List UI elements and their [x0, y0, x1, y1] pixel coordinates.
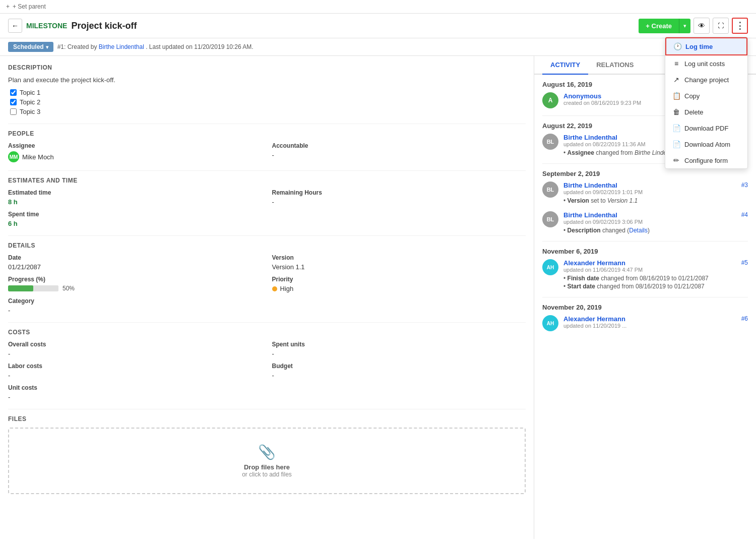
activity-timestamp: updated on 11/06/2019 4:47 PM: [563, 267, 643, 273]
paperclip-icon: 📎: [24, 444, 510, 460]
spent-units-label: Spent units: [272, 341, 526, 348]
activity-item: AH Alexander Hermann updated on 11/06/20…: [542, 259, 748, 290]
activity-timestamp: updated on 09/02/2019 3:06 PM: [563, 219, 643, 225]
create-label: + Create: [646, 22, 672, 30]
assignee-value: Mike Moch: [22, 153, 54, 161]
create-dropdown-button[interactable]: ▾: [679, 19, 690, 33]
watch-button[interactable]: 👁: [694, 18, 710, 34]
menu-item-configure-form[interactable]: ✏ Configure form: [665, 152, 747, 168]
topic3-checkbox[interactable]: [10, 108, 17, 115]
costs-section: COSTS Overall costs - Spent units - Labo…: [8, 322, 526, 401]
log-time-label: Log time: [685, 43, 713, 50]
category-value: -: [8, 307, 262, 314]
activity-content: Alexander Hermann updated on 11/20/2019 …: [563, 315, 748, 331]
priority-dot-icon: [272, 286, 277, 291]
avatar: BL: [542, 182, 558, 198]
list-item: Topic 2: [10, 98, 526, 106]
spent-units-field: Spent units -: [272, 341, 526, 357]
spent-time-label: Spent time: [8, 211, 262, 218]
details-title: DETAILS: [8, 242, 526, 249]
tab-activity[interactable]: ACTIVITY: [542, 56, 588, 75]
activity-detail: • Version set to Version 1.1: [563, 197, 748, 204]
estimated-time-field: Estimated time 8 h: [8, 189, 262, 206]
avatar: AH: [542, 259, 558, 275]
activity-author[interactable]: Alexander Hermann: [563, 259, 625, 267]
topic3-label: Topic 3: [20, 108, 40, 115]
menu-item-download-pdf[interactable]: 📄 Download PDF: [665, 120, 747, 136]
menu-item-log-time[interactable]: 🕐 Log time: [665, 37, 747, 55]
menu-item-log-unit-costs[interactable]: ≡ Log unit costs: [665, 55, 747, 72]
author-link[interactable]: Birthe Lindenthal: [99, 43, 144, 50]
plus-icon: +: [6, 3, 10, 10]
topic1-checkbox[interactable]: [10, 89, 17, 96]
page-title: Project kick-off: [71, 21, 137, 31]
info-text: #1: Created by: [57, 43, 97, 50]
unit-costs-field: Unit costs -: [8, 384, 262, 401]
activity-item: BL Birthe Lindenthal updated on 09/02/20…: [542, 182, 748, 204]
version-label: Version: [272, 254, 526, 261]
create-button[interactable]: + Create: [639, 19, 679, 33]
activity-timestamp: updated on 11/20/2019 ...: [563, 323, 626, 329]
activity-author[interactable]: Birthe Lindenthal: [563, 211, 617, 219]
activity-number[interactable]: #6: [741, 315, 748, 329]
priority-label: Priority: [272, 276, 526, 283]
topic-checklist: Topic 1 Topic 2 Topic 3: [10, 89, 526, 115]
configure-icon: ✏: [672, 156, 680, 164]
tab-relations[interactable]: RELATIONS: [588, 56, 642, 75]
unit-costs-value: -: [8, 393, 262, 401]
remaining-hours-field: Remaining Hours -: [272, 189, 526, 206]
activity-author[interactable]: Anonymous: [563, 92, 601, 100]
activity-detail: • Finish date changed from 08/16/2019 to…: [563, 275, 748, 282]
remaining-hours-value: -: [272, 198, 526, 206]
copy-label: Copy: [684, 92, 700, 100]
budget-label: Budget: [272, 363, 526, 370]
copy-icon: 📋: [672, 92, 680, 100]
atom-icon: 📄: [672, 140, 680, 148]
date-field: Date 01/21/2087: [8, 254, 262, 271]
activity-author[interactable]: Birthe Lindenthal: [563, 182, 617, 189]
date-label: Date: [8, 254, 262, 261]
description-title: DESCRIPTION: [8, 64, 526, 71]
delete-icon: 🗑: [672, 108, 680, 116]
files-section: FILES 📎 Drop files here or click to add …: [8, 409, 526, 494]
activity-author[interactable]: Birthe Lindenthal: [563, 134, 617, 141]
divider: [542, 297, 748, 297]
status-bar: Scheduled ▾ #1: Created by Birthe Linden…: [0, 38, 756, 56]
progress-bar-fill: [8, 285, 33, 291]
spent-time-field: Spent time 6 h: [8, 211, 262, 227]
divider: [542, 241, 748, 242]
menu-item-change-project[interactable]: ↗ Change project: [665, 72, 747, 88]
back-button[interactable]: ←: [8, 19, 22, 33]
topic2-checkbox[interactable]: [10, 99, 17, 105]
estimates-section: ESTIMATES AND TIME Estimated time 8 h Re…: [8, 170, 526, 227]
download-atom-label: Download Atom: [684, 141, 730, 148]
avatar: AH: [542, 315, 558, 331]
fullscreen-button[interactable]: ⛶: [713, 18, 729, 34]
info2-text: . Last updated on 11/20/2019 10:26 AM.: [146, 43, 254, 50]
status-badge[interactable]: Scheduled ▾: [8, 42, 53, 52]
delete-label: Delete: [684, 108, 704, 116]
menu-item-download-atom[interactable]: 📄 Download Atom: [665, 136, 747, 152]
clock-icon: 🕐: [673, 42, 681, 50]
priority-field: Priority High: [272, 276, 526, 292]
progress-label: Progress (%): [8, 276, 262, 283]
activity-content: Birthe Lindenthal updated on 09/02/2019 …: [563, 211, 748, 234]
list-item: Topic 3: [10, 108, 526, 115]
menu-item-copy[interactable]: 📋 Copy: [665, 88, 747, 104]
unit-costs-label: Unit costs: [8, 384, 262, 391]
progress-text: 50%: [62, 285, 75, 292]
main-layout: DESCRIPTION Plan and execute the project…: [0, 56, 756, 539]
drop-zone[interactable]: 📎 Drop files here or click to add files: [8, 428, 526, 494]
activity-detail: • Description changed (Details): [563, 227, 748, 234]
milestone-badge: MILESTONE: [26, 22, 67, 30]
people-section: PEOPLE Assignee MM Mike Moch Accountable…: [8, 124, 526, 162]
activity-number[interactable]: #3: [741, 182, 748, 195]
menu-item-delete[interactable]: 🗑 Delete: [665, 104, 747, 120]
activity-author[interactable]: Alexander Hermann: [563, 315, 625, 323]
more-actions-button[interactable]: ⋮: [732, 18, 748, 34]
set-parent-button[interactable]: + + Set parent: [6, 3, 46, 10]
activity-number[interactable]: #5: [741, 259, 748, 273]
spent-time-value: 6 h: [8, 220, 262, 227]
activity-number[interactable]: #4: [741, 211, 748, 225]
labor-costs-value: -: [8, 372, 262, 379]
